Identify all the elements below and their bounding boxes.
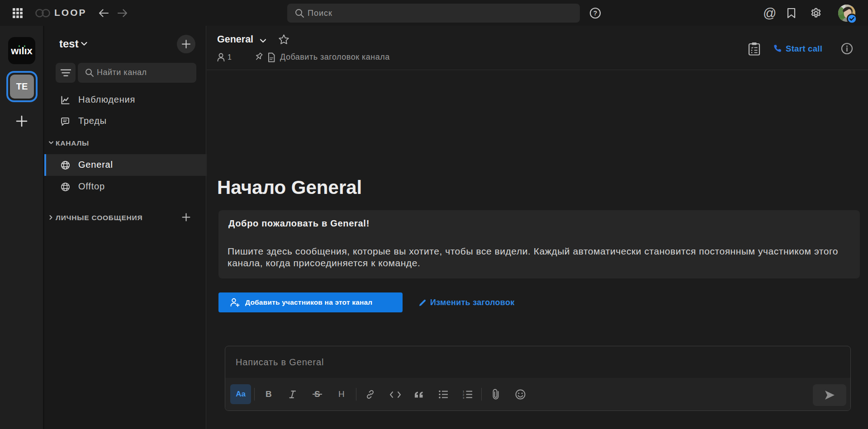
svg-text:2: 2 (463, 393, 465, 396)
svg-text:?: ? (593, 9, 598, 17)
svg-text:1: 1 (463, 390, 465, 393)
svg-text:3: 3 (463, 396, 465, 399)
